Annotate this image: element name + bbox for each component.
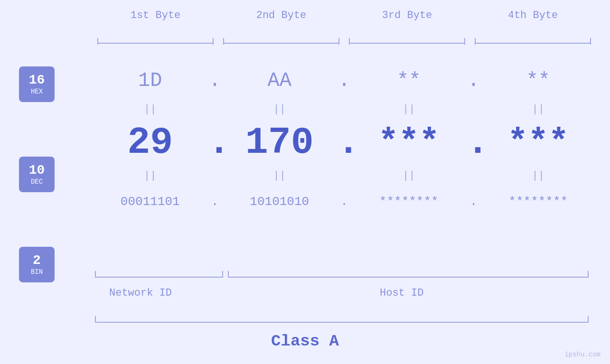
dec-val-3: *** <box>351 123 467 162</box>
bin-val-1: 00011101 <box>93 195 208 209</box>
base-badges: 16 HEX 10 DEC 2 BIN <box>19 66 55 337</box>
bin-val-2: 10101010 <box>222 195 338 209</box>
header-col3: 3rd Byte <box>344 9 470 21</box>
eq-sym-7: || <box>351 170 467 182</box>
eq-sym-8: || <box>481 170 596 182</box>
dec-row: 29 . 170 . *** . *** <box>93 119 596 166</box>
bracket-col3 <box>349 38 465 47</box>
bin-badge-label: BIN <box>31 268 43 276</box>
eq-sym-2: || <box>222 103 338 115</box>
bin-dot-3: . <box>467 195 481 209</box>
eq-sym-3: || <box>351 103 467 115</box>
eq-sym-1: || <box>93 103 208 115</box>
hex-val-2: AA <box>222 69 338 92</box>
dot-sep-3: . <box>467 69 481 92</box>
hex-badge-number: 16 <box>29 74 45 87</box>
dec-badge: 10 DEC <box>19 157 55 192</box>
header-col2: 2nd Byte <box>218 9 344 21</box>
class-bracket <box>95 313 589 323</box>
hex-val-1: 1D <box>93 69 208 92</box>
dec-dot-3: . <box>467 121 481 164</box>
dec-badge-number: 10 <box>29 164 45 177</box>
eq-row-1: || || || || <box>93 100 596 119</box>
bin-dot-1: . <box>208 195 222 209</box>
dec-badge-label: DEC <box>31 178 43 186</box>
dec-val-1: 29 <box>93 121 208 164</box>
hex-val-4: ** <box>481 69 596 92</box>
main-grid: 1D . AA . ** . ** || || || || 29 . 170 .… <box>93 62 596 218</box>
host-id-bracket <box>228 268 589 278</box>
bin-val-3: ******** <box>351 195 467 209</box>
bin-row: 00011101 . 10101010 . ******** . *******… <box>93 185 596 218</box>
hex-row: 1D . AA . ** . ** <box>93 62 596 100</box>
hex-badge-label: HEX <box>31 88 43 95</box>
hex-badge: 16 HEX <box>19 66 55 102</box>
class-label: Class A <box>0 332 610 350</box>
network-id-bracket <box>95 268 223 278</box>
bracket-col2 <box>223 38 339 47</box>
dec-dot-2: . <box>337 121 351 164</box>
dot-sep-2: . <box>337 69 351 92</box>
hex-val-3: ** <box>351 69 467 92</box>
watermark: ipshu.com <box>564 351 601 358</box>
main-container: 1st Byte 2nd Byte 3rd Byte 4th Byte 16 H… <box>0 0 610 364</box>
dot-sep-1: . <box>208 69 222 92</box>
dec-val-2: 170 <box>222 121 338 164</box>
bin-badge-number: 2 <box>33 254 41 267</box>
column-headers: 1st Byte 2nd Byte 3rd Byte 4th Byte <box>93 9 596 21</box>
dec-val-4: *** <box>481 123 596 162</box>
header-col1: 1st Byte <box>93 9 218 21</box>
bracket-col4 <box>475 38 591 47</box>
header-col4: 4th Byte <box>470 9 596 21</box>
bin-badge: 2 BIN <box>19 247 55 282</box>
eq-sym-6: || <box>222 170 338 182</box>
host-id-label: Host ID <box>380 287 423 299</box>
bracket-col1 <box>97 38 214 47</box>
bin-dot-2: . <box>337 195 351 209</box>
top-brackets <box>93 38 596 47</box>
eq-row-2: || || || || <box>93 166 596 185</box>
bin-val-4: ******** <box>481 195 596 209</box>
eq-sym-4: || <box>481 103 596 115</box>
network-id-label: Network ID <box>109 287 172 299</box>
dec-dot-1: . <box>208 121 222 164</box>
eq-sym-5: || <box>93 170 208 182</box>
